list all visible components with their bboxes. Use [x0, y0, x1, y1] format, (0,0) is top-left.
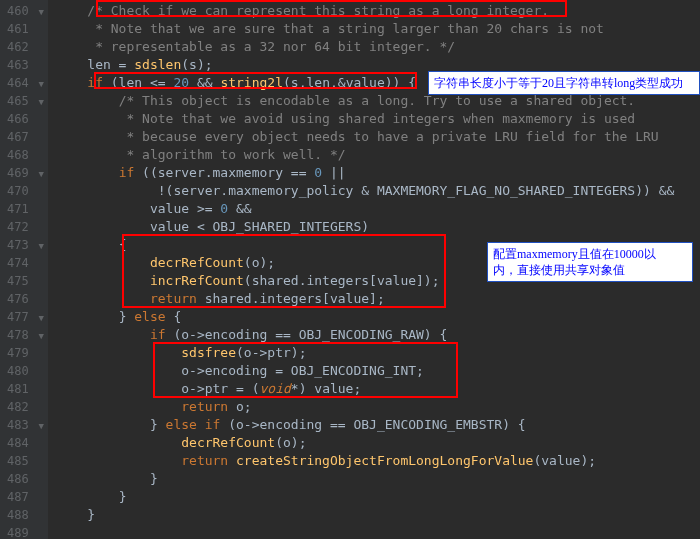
code-line: return o;: [56, 398, 700, 416]
line-gutter: 460 ▼461 462 463 464 ▼465 ▼466 467 468 4…: [0, 0, 48, 539]
code-line: if ((server.maxmemory == 0 ||: [56, 164, 700, 182]
gutter-line[interactable]: 487: [0, 488, 44, 506]
code-line: } else if (o->encoding == OBJ_ENCODING_E…: [56, 416, 700, 434]
code-line: sdsfree(o->ptr);: [56, 344, 700, 362]
code-line: } else {: [56, 308, 700, 326]
gutter-line[interactable]: 465 ▼: [0, 92, 44, 110]
code-line: }: [56, 506, 700, 524]
fold-icon[interactable]: ▼: [36, 237, 44, 255]
gutter-line[interactable]: 460 ▼: [0, 2, 44, 20]
fold-icon[interactable]: ▼: [36, 417, 44, 435]
gutter-line[interactable]: 480: [0, 362, 44, 380]
gutter-line[interactable]: 463: [0, 56, 44, 74]
gutter-line[interactable]: 488: [0, 506, 44, 524]
gutter-line[interactable]: 483 ▼: [0, 416, 44, 434]
fold-icon[interactable]: ▼: [36, 75, 44, 93]
gutter-line[interactable]: 479: [0, 344, 44, 362]
gutter-line[interactable]: 485: [0, 452, 44, 470]
gutter-line[interactable]: 476: [0, 290, 44, 308]
code-line: [56, 524, 700, 539]
code-line: * representable as a 32 nor 64 bit integ…: [56, 38, 700, 56]
code-line: }: [56, 470, 700, 488]
code-line: * Note that we avoid using shared intege…: [56, 110, 700, 128]
gutter-line[interactable]: 466: [0, 110, 44, 128]
code-line: !(server.maxmemory_policy & MAXMEMORY_FL…: [56, 182, 700, 200]
code-line: o->encoding = OBJ_ENCODING_INT;: [56, 362, 700, 380]
gutter-line[interactable]: 481: [0, 380, 44, 398]
gutter-line[interactable]: 472: [0, 218, 44, 236]
gutter-line[interactable]: 462: [0, 38, 44, 56]
gutter-line[interactable]: 471: [0, 200, 44, 218]
code-line: return createStringObjectFromLongLongFor…: [56, 452, 700, 470]
code-line: * because every object needs to have a p…: [56, 128, 700, 146]
gutter-line[interactable]: 464 ▼: [0, 74, 44, 92]
fold-icon[interactable]: ▼: [36, 93, 44, 111]
gutter-line[interactable]: 477 ▼: [0, 308, 44, 326]
gutter-line[interactable]: 475: [0, 272, 44, 290]
gutter-line[interactable]: 468: [0, 146, 44, 164]
gutter-line[interactable]: 467: [0, 128, 44, 146]
fold-icon[interactable]: ▼: [36, 327, 44, 345]
code-line: value < OBJ_SHARED_INTEGERS): [56, 218, 700, 236]
gutter-line[interactable]: 486: [0, 470, 44, 488]
gutter-line[interactable]: 473 ▼: [0, 236, 44, 254]
annotation-2: 配置maxmemory且值在10000以 内，直接使用共享对象值: [487, 242, 693, 282]
fold-icon[interactable]: ▼: [36, 165, 44, 183]
code-line: * algorithm to work well. */: [56, 146, 700, 164]
gutter-line[interactable]: 482: [0, 398, 44, 416]
code-line: decrRefCount(o);: [56, 434, 700, 452]
gutter-line[interactable]: 474: [0, 254, 44, 272]
gutter-line[interactable]: 484: [0, 434, 44, 452]
fold-icon[interactable]: ▼: [36, 309, 44, 327]
gutter-line[interactable]: 489: [0, 524, 44, 539]
code-line: return shared.integers[value];: [56, 290, 700, 308]
gutter-line[interactable]: 478 ▼: [0, 326, 44, 344]
code-line: * Note that we are sure that a string la…: [56, 20, 700, 38]
gutter-line[interactable]: 470: [0, 182, 44, 200]
fold-icon[interactable]: ▼: [36, 3, 44, 21]
code-line: value >= 0 &&: [56, 200, 700, 218]
annotation-1: 字符串长度小于等于20且字符串转long类型成功: [428, 71, 700, 95]
code-line: o->ptr = (void*) value;: [56, 380, 700, 398]
gutter-line[interactable]: 469 ▼: [0, 164, 44, 182]
code-line: /* Check if we can represent this string…: [56, 2, 700, 20]
gutter-line[interactable]: 461: [0, 20, 44, 38]
code-line: if (o->encoding == OBJ_ENCODING_RAW) {: [56, 326, 700, 344]
code-line: }: [56, 488, 700, 506]
